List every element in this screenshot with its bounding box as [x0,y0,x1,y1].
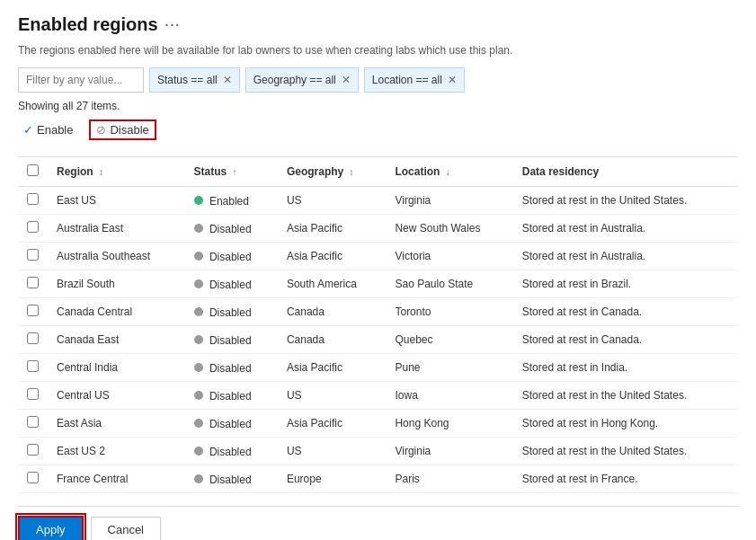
column-geography[interactable]: Geography ↕ [278,157,387,187]
row-checkbox-cell-0[interactable] [18,187,48,215]
row-geography-3: South America [278,270,387,298]
row-status-0: Enabled [185,187,278,215]
row-geography-7: US [278,382,387,410]
row-region-3: Brazil South [48,270,185,298]
checkmark-icon: ✓ [23,123,33,137]
filter-bar: Status == all ✕ Geography == all ✕ Locat… [18,67,738,93]
row-geography-2: Asia Pacific [278,243,387,270]
enable-label: Enable [37,123,73,137]
table-row: Australia East Disabled Asia Pacific New… [18,215,738,243]
apply-button[interactable]: Apply [18,516,84,540]
filter-input[interactable] [18,67,144,93]
location-filter-label: Location == all [372,74,442,86]
column-region[interactable]: Region ↕ [48,157,185,187]
row-checkbox-cell-8[interactable] [18,410,48,438]
table-row: East Asia Disabled Asia Pacific Hong Kon… [18,410,738,438]
select-all-checkbox[interactable] [27,164,39,176]
ellipsis-menu[interactable]: ··· [165,18,182,32]
row-checkbox-cell-3[interactable] [18,270,48,298]
status-filter-chip[interactable]: Status == all ✕ [149,67,240,93]
regions-table-wrapper: Region ↕ Status ↑ Geography ↕ Location ↓… [18,156,738,493]
location-filter-chip[interactable]: Location == all ✕ [364,67,465,93]
column-status[interactable]: Status ↑ [185,157,278,187]
row-location-6: Pune [386,354,512,382]
row-checkbox-0[interactable] [27,193,39,205]
geography-filter-close[interactable]: ✕ [342,74,351,86]
row-status-7: Disabled [185,382,278,410]
table-header-row: Region ↕ Status ↑ Geography ↕ Location ↓… [18,157,738,187]
geography-filter-chip[interactable]: Geography == all ✕ [245,67,359,93]
row-data-residency-1: Stored at rest in Australia. [513,215,738,243]
row-data-residency-9: Stored at rest in the United States. [513,438,738,465]
row-data-residency-3: Stored at rest in Brazil. [513,270,738,298]
status-text-1: Disabled [209,222,252,235]
select-all-header[interactable] [18,157,48,187]
row-checkbox-cell-4[interactable] [18,298,48,326]
row-checkbox-cell-1[interactable] [18,215,48,243]
row-status-2: Disabled [185,243,278,270]
row-region-7: Central US [48,382,185,410]
row-geography-0: US [278,187,387,215]
status-dot-2 [194,252,203,261]
status-dot-9 [194,447,203,456]
status-text-9: Disabled [209,445,252,457]
cancel-button[interactable]: Cancel [91,517,161,540]
table-row: Central US Disabled US Iowa Stored at re… [18,382,738,410]
row-checkbox-3[interactable] [27,277,39,288]
table-row: Brazil South Disabled South America Sao … [18,270,738,298]
row-checkbox-cell-2[interactable] [18,243,48,270]
region-sort-icon: ↕ [99,167,103,177]
status-filter-label: Status == all [157,74,218,86]
row-checkbox-1[interactable] [27,221,39,233]
row-checkbox-4[interactable] [27,305,39,316]
row-data-residency-10: Stored at rest in France. [513,465,738,493]
geography-filter-label: Geography == all [253,74,336,86]
disable-icon: ⊘ [96,123,106,137]
enable-button[interactable]: ✓ Enable [18,120,78,139]
row-data-residency-7: Stored at rest in the United States. [513,382,738,410]
status-dot-7 [194,391,203,400]
location-filter-close[interactable]: ✕ [448,74,457,86]
status-text-8: Disabled [209,417,252,429]
row-checkbox-2[interactable] [27,249,39,261]
row-checkbox-cell-9[interactable] [18,438,48,465]
row-data-residency-5: Stored at rest in Canada. [513,326,738,354]
status-dot-8 [194,419,203,428]
table-row: France Central Disabled Europe Paris Sto… [18,465,738,493]
row-checkbox-7[interactable] [27,388,39,400]
table-row: Australia Southeast Disabled Asia Pacifi… [18,243,738,270]
toolbar: ✓ Enable ⊘ Disable [18,120,738,147]
row-checkbox-cell-5[interactable] [18,326,48,354]
table-row: Canada Central Disabled Canada Toronto S… [18,298,738,326]
row-status-3: Disabled [185,270,278,298]
status-filter-close[interactable]: ✕ [223,74,232,86]
status-text-6: Disabled [209,361,252,374]
row-checkbox-5[interactable] [27,332,39,344]
row-region-5: Canada East [48,326,185,354]
row-checkbox-cell-7[interactable] [18,382,48,410]
row-checkbox-10[interactable] [27,472,39,483]
status-text-4: Disabled [209,305,252,318]
row-location-3: Sao Paulo State [386,270,512,298]
table-body: East US Enabled US Virginia Stored at re… [18,187,738,493]
row-geography-8: Asia Pacific [278,410,387,438]
status-text-0: Enabled [209,194,249,207]
row-checkbox-8[interactable] [27,416,39,428]
row-geography-4: Canada [278,298,387,326]
row-status-5: Disabled [185,326,278,354]
status-dot-10 [194,474,203,483]
row-location-2: Victoria [386,243,512,270]
row-status-9: Disabled [185,438,278,465]
row-checkbox-6[interactable] [27,360,39,372]
column-location[interactable]: Location ↓ [386,157,512,187]
row-checkbox-9[interactable] [27,444,39,456]
row-data-residency-6: Stored at rest in India. [513,354,738,382]
row-status-1: Disabled [185,215,278,243]
row-data-residency-0: Stored at rest in the United States. [513,187,738,215]
row-checkbox-cell-10[interactable] [18,465,48,493]
row-data-residency-8: Stored at rest in Hong Kong. [513,410,738,438]
row-status-4: Disabled [185,298,278,326]
row-checkbox-cell-6[interactable] [18,354,48,382]
disable-button[interactable]: ⊘ Disable [89,120,156,140]
status-dot-4 [194,307,203,316]
